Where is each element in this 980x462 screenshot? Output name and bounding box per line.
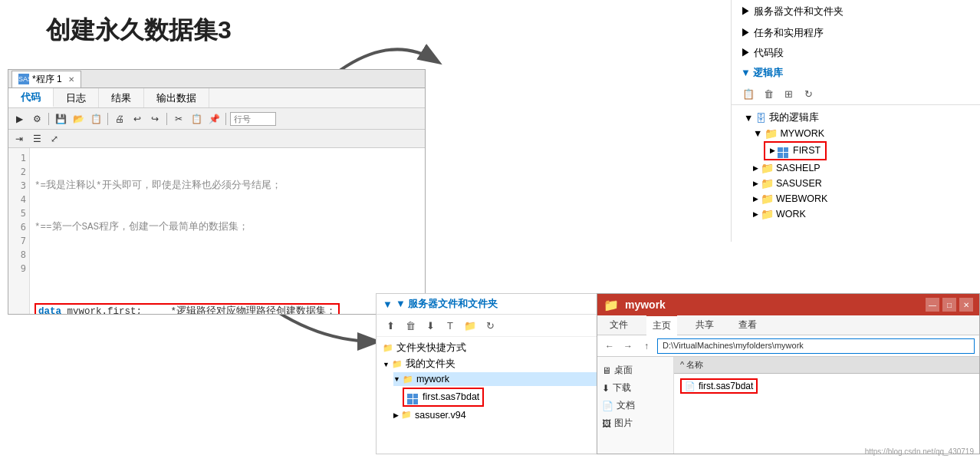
mywork-folder-item[interactable]: ▼ 📁 mywork: [393, 372, 622, 386]
server-files-section[interactable]: ▶ 服务器文件和文件夹: [732, 0, 980, 23]
server-file-panel: ▼ ▼ 服务器文件和文件夹 ⬆ 🗑 ⬇ T 📁 ↻ 📁 文件夹快捷方式 ▼ 📁 …: [376, 293, 629, 454]
tab-output[interactable]: 输出数据: [144, 88, 209, 107]
pictures-icon: 🖼: [602, 418, 611, 429]
copy-button[interactable]: 📋: [189, 111, 204, 127]
expand-button[interactable]: ⤢: [47, 131, 62, 147]
tab-log[interactable]: 日志: [54, 88, 99, 107]
editor-toolbar-2: ⇥ ☰ ⤢: [8, 130, 425, 148]
maximize-button[interactable]: □: [942, 298, 956, 312]
copy-library-button[interactable]: 📋: [741, 86, 756, 101]
delete-library-button[interactable]: 🗑: [761, 86, 776, 101]
address-field[interactable]: D:\VirtualMachines\myfolders\mywork: [657, 338, 975, 354]
expand-mywork-server-icon: ▼: [393, 375, 400, 383]
tab-code[interactable]: 代码: [8, 88, 54, 107]
indent-button[interactable]: ☰: [29, 131, 44, 147]
undo-button[interactable]: ↩: [130, 111, 145, 127]
saveas-button[interactable]: 📋: [88, 111, 104, 127]
first-dataset-item[interactable]: ▶ FIRST: [764, 141, 974, 160]
expand-first-icon: ▶: [770, 147, 775, 154]
sasuser-item[interactable]: ▶ 📁 SASUSER: [753, 176, 974, 191]
library-group-icon: 🗄: [755, 112, 766, 124]
folder-mywork-icon: 📁: [765, 127, 778, 140]
minimize-button[interactable]: —: [926, 298, 939, 312]
file-item-first[interactable]: 📄 first.sas7bdat: [680, 377, 973, 395]
watermark: https://blog.csdn.net/qq_430719: [865, 447, 974, 456]
code-line-3: [35, 262, 420, 276]
line-numbers: 1 2 3 4 5 6 7 8 9: [8, 148, 30, 314]
server-delete-button[interactable]: 🗑: [403, 318, 418, 333]
logic-library-section[interactable]: ▼ 逻辑库: [732, 63, 980, 83]
explorer-title: mywork: [625, 299, 666, 311]
sidebar-desktop[interactable]: 🖥 桌面: [602, 361, 669, 379]
page-title: 创建永久数据集3: [46, 14, 232, 48]
sashelp-item[interactable]: ▶ 📁 SASHELP: [753, 160, 974, 176]
ribbon-tab-share[interactable]: 共享: [689, 315, 720, 335]
server-panel-header: ▼ ▼ 服务器文件和文件夹: [377, 294, 628, 315]
paste-button[interactable]: 📌: [206, 111, 222, 127]
my-folder-icon: 📁: [392, 359, 403, 369]
redo-button[interactable]: ↪: [147, 111, 163, 127]
server-toolbar: ⬆ 🗑 ⬇ T 📁 ↻: [377, 315, 628, 337]
mywork-folder-icon: 📁: [403, 375, 413, 384]
folder-sashelp-icon: 📁: [761, 162, 774, 174]
print-button[interactable]: 🖨: [112, 111, 127, 127]
refresh-button[interactable]: ↻: [801, 86, 816, 101]
server-rename-button[interactable]: T: [442, 318, 458, 333]
table-button[interactable]: ⊞: [781, 86, 796, 101]
toolbar-separator-4: [225, 113, 226, 125]
close-window-button[interactable]: ✕: [959, 298, 973, 312]
col-header-name: ^ 名称: [674, 357, 979, 374]
editor-toolbar: ▶ ⚙ 💾 📂 📋 🖨 ↩ ↪ ✂ 📋 📌: [8, 108, 425, 130]
editor-tab-label: *程序 1: [32, 73, 62, 86]
expand-work-icon: ▶: [753, 210, 758, 218]
step-button[interactable]: ⇥: [12, 131, 27, 147]
tab-close-button[interactable]: ✕: [68, 75, 74, 84]
open-button[interactable]: 📂: [71, 111, 86, 127]
server-download-button[interactable]: ⬇: [423, 318, 438, 333]
cut-button[interactable]: ✂: [171, 111, 186, 127]
sidebar-downloads[interactable]: ⬇ 下载: [602, 379, 669, 397]
server-folder-button[interactable]: 📁: [462, 318, 478, 333]
expand-icon: ▼: [744, 113, 753, 124]
desktop-icon: 🖥: [602, 365, 611, 376]
work-item[interactable]: ▶ 📁 WORK: [753, 206, 974, 222]
up-button[interactable]: ↑: [639, 338, 654, 354]
run-button[interactable]: ▶: [12, 111, 27, 127]
expand-sasuser-server-icon: ▶: [393, 411, 399, 419]
code-snippets-section[interactable]: ▶ 代码段: [732, 43, 980, 63]
tab-icon: SAS: [18, 74, 29, 84]
code-content[interactable]: *=我是注释以*开头即可，即使是注释也必须分号结尾； *==第一个SAS程序，创…: [30, 148, 425, 314]
my-folders-item[interactable]: ▼ 📁 我的文件夹: [383, 356, 622, 372]
back-button[interactable]: ←: [602, 338, 617, 354]
ribbon-tab-view[interactable]: 查看: [732, 315, 763, 335]
line-number-input[interactable]: [230, 112, 276, 126]
server-tree: 📁 文件夹快捷方式 ▼ 📁 我的文件夹 ▼ 📁 mywork first.sas…: [377, 337, 628, 425]
ribbon-tab-home[interactable]: 主页: [646, 315, 677, 335]
sasuser-v94-item[interactable]: ▶ 📁 sasuser.v94: [393, 408, 622, 422]
address-bar: ← → ↑ D:\VirtualMachines\myfolders\mywor…: [597, 335, 979, 357]
first-sas7bdat-server-item[interactable]: first.sas7bdat: [403, 386, 622, 408]
toolbar-separator-2: [107, 113, 108, 125]
editor-tab[interactable]: SAS *程序 1 ✕: [12, 71, 81, 87]
expand-sasuser-icon: ▶: [753, 180, 758, 187]
settings-button[interactable]: ⚙: [29, 111, 44, 127]
mywork-library-item[interactable]: ▼ 📁 MYWORK: [753, 126, 974, 141]
folder-shortcut-icon: 📁: [383, 343, 393, 353]
explorer-content: 🖥 桌面 ⬇ 下载 📄 文档 🖼 图片 ^ 名称: [597, 357, 979, 454]
webwork-item[interactable]: ▶ 📁 WEBWORK: [753, 191, 974, 206]
tasks-section[interactable]: ▶ 任务和实用程序: [732, 23, 980, 43]
forward-button[interactable]: →: [620, 338, 636, 354]
folder-shortcuts-item[interactable]: 📁 文件夹快捷方式: [383, 340, 622, 356]
my-logic-library-item[interactable]: ▼ 🗄 我的逻辑库: [744, 110, 974, 126]
sidebar-documents[interactable]: 📄 文档: [602, 397, 669, 414]
ribbon-tab-file[interactable]: 文件: [603, 315, 634, 335]
server-upload-button[interactable]: ⬆: [383, 318, 398, 333]
sidebar-pictures[interactable]: 🖼 图片: [602, 414, 669, 432]
sub-tab-bar: 代码 日志 结果 输出数据: [8, 88, 425, 108]
code-line-4: data mywork.first; *逻辑路径对应物理路径创建数据集；: [35, 303, 420, 314]
save-button[interactable]: 💾: [53, 111, 68, 127]
folder-work-icon: 📁: [761, 208, 774, 220]
server-refresh-button[interactable]: ↻: [482, 318, 498, 333]
tab-results[interactable]: 结果: [99, 88, 144, 107]
logic-tree: ▼ 🗄 我的逻辑库 ▼ 📁 MYWORK ▶ FIRST ▶ 📁 SASHELP: [732, 108, 980, 223]
